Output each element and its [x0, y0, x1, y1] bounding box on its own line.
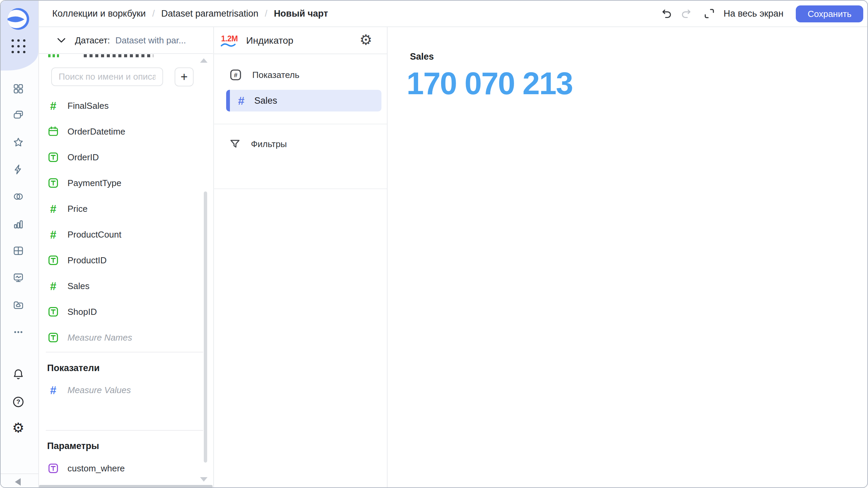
- connections-icon[interactable]: [13, 191, 24, 202]
- indicator-value: 170 070 213: [407, 66, 573, 101]
- field-name: Measure Names: [67, 332, 132, 343]
- help-icon[interactable]: ?: [12, 396, 24, 408]
- save-button[interactable]: Сохранить: [796, 5, 863, 22]
- text-field-icon: [47, 332, 59, 343]
- field-row-measure-names[interactable]: Measure Names: [47, 325, 198, 350]
- section-divider: [46, 430, 203, 431]
- field-row-shopid[interactable]: ShopID: [47, 299, 198, 325]
- number-field-icon: #: [47, 100, 59, 111]
- more-ellipsis-icon[interactable]: [13, 326, 24, 338]
- measures-section-title: Показатели: [47, 363, 100, 373]
- field-name: OrderDatetime: [67, 126, 125, 137]
- dashboards-icon[interactable]: [13, 83, 24, 95]
- clipped-field-row: [84, 54, 153, 57]
- selected-measure-sales[interactable]: # Sales: [226, 90, 381, 111]
- indicator-chart-type-icon[interactable]: 1.2M: [221, 34, 241, 47]
- breadcrumb: Коллекции и воркбуки / Dataset parametri…: [52, 1, 328, 27]
- field-name: Sales: [67, 281, 90, 291]
- field-name: Price: [67, 204, 87, 214]
- chart-type-header: 1.2M Индикатор: [221, 27, 293, 54]
- field-name: OrderID: [67, 152, 99, 163]
- chart-type-label: Индикатор: [246, 35, 293, 46]
- workbooks-icon[interactable]: [13, 109, 24, 121]
- breadcrumb-workbook[interactable]: Dataset parametrisation: [161, 8, 258, 19]
- field-name: ProductCount: [67, 229, 121, 240]
- datasets-table-icon[interactable]: [13, 245, 24, 257]
- dataset-header-divider: [39, 53, 213, 54]
- svg-text:#: #: [234, 72, 238, 79]
- number-field-icon: #: [47, 280, 59, 292]
- section-divider: [46, 352, 203, 352]
- field-name: PaymentType: [67, 178, 121, 188]
- field-row-custom-where[interactable]: custom_where: [47, 455, 198, 481]
- vertical-scrollbar[interactable]: [204, 191, 207, 463]
- settings-gear-icon[interactable]: ⚙: [12, 421, 24, 433]
- editor-divider: [214, 124, 387, 124]
- measure-section-label: Показатель: [252, 70, 299, 80]
- apps-grid-icon[interactable]: [12, 39, 25, 53]
- fullscreen-button[interactable]: На весь экран: [724, 1, 784, 27]
- monitoring-icon[interactable]: [13, 272, 24, 284]
- field-name: custom_where: [67, 463, 125, 474]
- redo-icon[interactable]: [680, 8, 692, 19]
- charts-bar-icon[interactable]: [13, 219, 24, 230]
- selected-measure-name: Sales: [254, 96, 277, 106]
- chart-settings-gear-icon[interactable]: ⚙: [358, 33, 373, 47]
- text-field-icon: [47, 151, 59, 163]
- measure-section-icon: #: [229, 68, 242, 81]
- undo-icon[interactable]: [661, 8, 673, 19]
- datalens-logo-icon[interactable]: [7, 8, 29, 30]
- sidebar-border: [38, 1, 39, 488]
- editor-divider: [214, 54, 387, 54]
- dataset-name-link[interactable]: Dataset with par...: [115, 35, 186, 46]
- favorites-star-icon[interactable]: [13, 137, 24, 148]
- indicator-badge-text: 1.2M: [221, 34, 241, 43]
- breadcrumb-separator: /: [265, 8, 268, 19]
- field-row-orderdatetime[interactable]: OrderDatetime: [47, 119, 198, 144]
- number-field-icon: #: [47, 229, 59, 240]
- scroll-up-arrow[interactable]: [200, 58, 208, 63]
- storage-folder-icon[interactable]: [13, 299, 24, 311]
- editor-divider: [214, 188, 387, 189]
- filters-section-label: Фильтры: [251, 139, 287, 149]
- app-window: ? ⚙ Коллекции и воркбуки / Dataset param…: [0, 0, 868, 488]
- dataset-label: Датасет:: [75, 35, 110, 46]
- selected-measure-accent-bar: [226, 90, 230, 111]
- field-row-sales[interactable]: # Sales: [47, 273, 198, 299]
- expand-fullscreen-icon[interactable]: [703, 7, 715, 20]
- field-row-price[interactable]: # Price: [47, 196, 198, 222]
- field-row-finalsales[interactable]: # FinalSales: [47, 93, 198, 119]
- measure-number-field-icon: #: [47, 384, 59, 396]
- breadcrumb-collections[interactable]: Коллекции и воркбуки: [52, 8, 146, 19]
- notifications-bell-icon[interactable]: [12, 368, 24, 380]
- breadcrumb-current-chart: Новый чарт: [274, 8, 328, 19]
- field-name: FinalSales: [67, 101, 108, 111]
- field-name: Measure Values: [67, 385, 131, 395]
- chevron-down-icon[interactable]: [57, 38, 66, 43]
- sidebar: ? ⚙: [1, 1, 38, 488]
- measure-number-icon: #: [238, 95, 244, 106]
- text-field-icon: [47, 306, 59, 318]
- filters-section-row[interactable]: Фильтры: [229, 138, 287, 150]
- field-row-productcount[interactable]: # ProductCount: [47, 222, 198, 247]
- field-name: ShopID: [67, 307, 97, 317]
- field-row-productid[interactable]: ProductID: [47, 247, 198, 273]
- parameter-field-icon: [47, 463, 59, 474]
- horizontal-scrollbar[interactable]: [39, 485, 213, 488]
- field-row-orderid[interactable]: OrderID: [47, 144, 198, 170]
- add-field-button[interactable]: +: [175, 67, 194, 86]
- sidebar-divider: [1, 473, 38, 474]
- parameters-section-title: Параметры: [47, 441, 99, 451]
- measure-section-row[interactable]: # Показатель: [229, 68, 299, 81]
- indicator-title: Sales: [410, 52, 434, 62]
- field-row-measure-values[interactable]: # Measure Values: [47, 377, 198, 403]
- editor-bolt-icon[interactable]: [13, 164, 24, 175]
- collapse-sidebar-button[interactable]: [15, 478, 21, 486]
- date-field-icon: [47, 126, 59, 137]
- scroll-down-arrow[interactable]: [200, 477, 208, 482]
- dataset-selector-row: Датасет: Dataset with par...: [57, 27, 186, 54]
- clipped-field-row-icon: [48, 54, 59, 57]
- field-row-paymenttype[interactable]: PaymentType: [47, 170, 198, 196]
- text-field-icon: [47, 255, 59, 266]
- search-input[interactable]: [51, 67, 163, 86]
